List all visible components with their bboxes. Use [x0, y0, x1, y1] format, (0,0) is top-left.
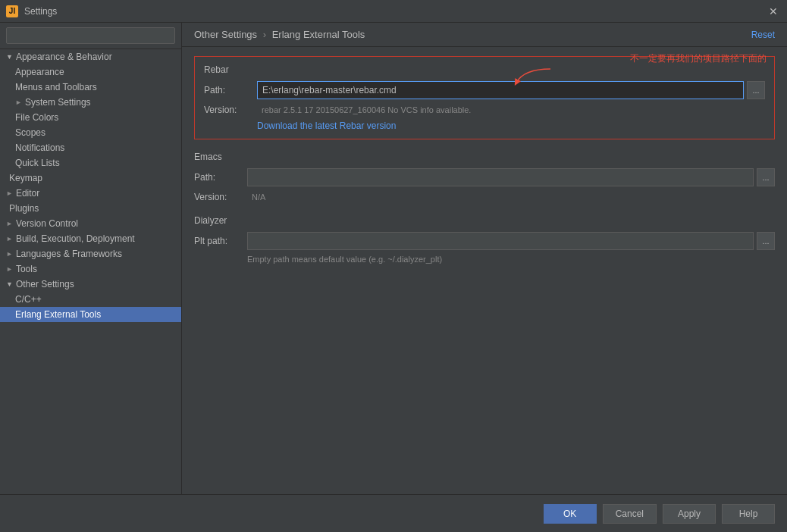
expand-arrow-icon: ►: [6, 235, 13, 243]
close-button[interactable]: ✕: [766, 4, 781, 19]
sidebar-item-label: Languages & Frameworks: [16, 249, 122, 259]
sidebar-item-notifications[interactable]: Notifications: [0, 140, 181, 155]
sidebar-item-cpp[interactable]: C/C++: [0, 292, 181, 307]
dialyzer-plt-input[interactable]: [247, 232, 754, 250]
rebar-path-row: Path: ...: [204, 81, 765, 99]
dialyzer-section: Dialyzer Plt path: ... Empty path means …: [194, 215, 775, 264]
expand-arrow-icon: ►: [6, 189, 13, 197]
breadcrumb-current: Erlang External Tools: [272, 29, 365, 40]
sidebar-item-label: Scopes: [15, 127, 45, 138]
sidebar-item-build-execution[interactable]: ► Build, Execution, Deployment: [0, 231, 181, 246]
rebar-path-input-wrapper: ...: [257, 81, 765, 99]
emacs-version-label: Version:: [194, 192, 247, 202]
expand-arrow-icon: ►: [15, 99, 22, 106]
dialyzer-plt-input-wrapper: ...: [247, 232, 775, 250]
rebar-path-input[interactable]: [257, 81, 744, 99]
sidebar-item-menus-toolbars[interactable]: Menus and Toolbars: [0, 80, 181, 95]
sidebar-item-label: Erlang External Tools: [15, 309, 101, 320]
rebar-path-label: Path:: [204, 85, 257, 95]
rebar-section-title: Rebar: [204, 64, 765, 75]
sidebar-item-label: Editor: [16, 188, 39, 199]
rebar-download-row: Download the latest Rebar version: [204, 120, 765, 131]
sidebar-item-erlang-external-tools[interactable]: Erlang External Tools: [0, 307, 181, 322]
expand-arrow-icon: ▼: [6, 280, 13, 288]
rebar-version-value: rebar 2.5.1 17 20150627_160046 No VCS in…: [257, 104, 475, 116]
sidebar-item-label: Notifications: [15, 142, 64, 153]
sidebar-item-languages-frameworks[interactable]: ► Languages & Frameworks: [0, 246, 181, 261]
sidebar-item-tools[interactable]: ► Tools: [0, 261, 181, 277]
rebar-version-label: Version:: [204, 105, 257, 115]
sidebar-item-version-control[interactable]: ► Version Control: [0, 216, 181, 231]
content-area: Other Settings › Erlang External Tools R…: [182, 23, 787, 494]
emacs-path-label: Path:: [194, 172, 247, 183]
sidebar-item-scopes[interactable]: Scopes: [0, 125, 181, 140]
content-body: 不一定要再我们的项目路径下面的 Rebar Path: ...: [182, 47, 787, 494]
sidebar-item-label: Quick Lists: [15, 158, 60, 168]
dialyzer-browse-button[interactable]: ...: [757, 232, 775, 250]
emacs-path-input[interactable]: [247, 168, 754, 186]
title-bar-left: JI Settings: [6, 5, 57, 17]
emacs-section-title: Emacs: [194, 152, 775, 162]
sidebar-item-label: Menus and Toolbars: [15, 82, 97, 92]
sidebar-item-editor[interactable]: ► Editor: [0, 186, 181, 201]
expand-arrow-icon: ►: [6, 250, 13, 258]
app-icon: JI: [6, 5, 18, 17]
cancel-button[interactable]: Cancel: [603, 504, 657, 524]
sidebar-item-label: File Colors: [15, 112, 58, 123]
sidebar-item-label: Other Settings: [16, 279, 74, 289]
breadcrumb-separator: ›: [263, 29, 266, 40]
rebar-browse-button[interactable]: ...: [747, 81, 765, 99]
help-button[interactable]: Help: [722, 504, 775, 524]
breadcrumb: Other Settings › Erlang External Tools: [194, 29, 365, 40]
rebar-download-link[interactable]: Download the latest Rebar version: [204, 120, 396, 131]
rebar-section: 不一定要再我们的项目路径下面的 Rebar Path: ...: [194, 56, 775, 139]
annotation-text: 不一定要再我们的项目路径下面的: [630, 52, 767, 65]
dialyzer-plt-label: Plt path:: [194, 236, 247, 246]
sidebar-item-file-colors[interactable]: File Colors: [0, 110, 181, 125]
sidebar-item-plugins[interactable]: Plugins: [0, 201, 181, 216]
sidebar-item-label: C/C++: [15, 294, 42, 305]
sidebar-item-quick-lists[interactable]: Quick Lists: [0, 155, 181, 171]
bottom-bar: OK Cancel Apply Help: [0, 494, 787, 532]
expand-arrow-icon: ▼: [6, 53, 13, 61]
sidebar-item-label: Keymap: [9, 173, 42, 183]
sidebar-search-area: [0, 23, 181, 49]
reset-link[interactable]: Reset: [751, 30, 775, 40]
dialyzer-section-title: Dialyzer: [194, 215, 775, 226]
search-input[interactable]: [6, 27, 175, 44]
sidebar-item-appearance-behavior[interactable]: ▼ Appearance & Behavior: [0, 49, 181, 64]
expand-arrow-icon: ►: [6, 265, 13, 273]
emacs-browse-button[interactable]: ...: [757, 168, 775, 186]
main-layout: ▼ Appearance & Behavior Appearance Menus…: [0, 23, 787, 494]
breadcrumb-parent: Other Settings: [194, 29, 257, 40]
sidebar-item-system-settings[interactable]: ► System Settings: [0, 95, 181, 110]
sidebar-item-other-settings[interactable]: ▼ Other Settings: [0, 277, 181, 292]
sidebar-item-label: Appearance: [15, 67, 64, 77]
emacs-version-row: Version: N/A: [194, 191, 775, 203]
emacs-path-row: Path: ...: [194, 168, 775, 186]
sidebar-item-label: Tools: [16, 264, 37, 274]
sidebar-item-keymap[interactable]: Keymap: [0, 171, 181, 186]
dialyzer-help-row: Empty path means default value (e.g. ~/.…: [194, 255, 775, 264]
emacs-section: Emacs Path: ... Version: N/A: [194, 152, 775, 203]
ok-button[interactable]: OK: [544, 504, 597, 524]
sidebar-item-label: System Settings: [25, 97, 91, 108]
sidebar-item-label: Appearance & Behavior: [16, 52, 112, 62]
emacs-version-value: N/A: [247, 191, 270, 203]
expand-arrow-icon: ►: [6, 220, 13, 227]
rebar-version-row: Version: rebar 2.5.1 17 20150627_160046 …: [204, 104, 765, 116]
dialyzer-help-text: Empty path means default value (e.g. ~/.…: [247, 255, 442, 264]
apply-button[interactable]: Apply: [663, 504, 716, 524]
dialyzer-plt-row: Plt path: ...: [194, 232, 775, 250]
window-title: Settings: [24, 6, 57, 17]
sidebar: ▼ Appearance & Behavior Appearance Menus…: [0, 23, 182, 494]
sidebar-item-label: Version Control: [16, 218, 78, 229]
sidebar-item-label: Build, Execution, Deployment: [16, 233, 135, 244]
title-bar: JI Settings ✕: [0, 0, 787, 23]
content-header: Other Settings › Erlang External Tools R…: [182, 23, 787, 47]
sidebar-item-label: Plugins: [9, 203, 39, 214]
sidebar-item-appearance[interactable]: Appearance: [0, 64, 181, 80]
emacs-path-input-wrapper: ...: [247, 168, 775, 186]
